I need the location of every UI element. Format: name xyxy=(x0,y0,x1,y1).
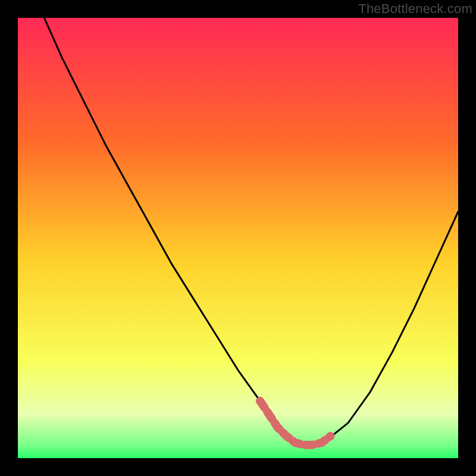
gradient-background xyxy=(18,18,458,458)
chart-frame: TheBottleneck.com xyxy=(0,0,476,476)
plot-area xyxy=(18,18,458,458)
bottleneck-chart xyxy=(18,18,458,458)
watermark-text: TheBottleneck.com xyxy=(358,1,472,17)
